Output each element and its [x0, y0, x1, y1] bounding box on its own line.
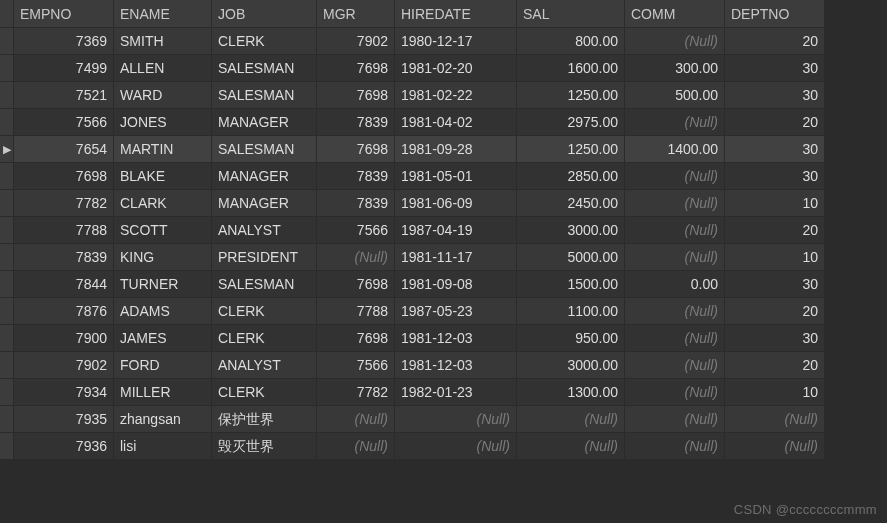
- cell-job[interactable]: CLERK: [212, 298, 317, 325]
- cell-empno[interactable]: 7566: [14, 109, 114, 136]
- cell-hiredate[interactable]: 1981-02-20: [395, 55, 517, 82]
- cell-job[interactable]: CLERK: [212, 325, 317, 352]
- column-header-sal[interactable]: SAL: [517, 0, 625, 28]
- cell-hiredate[interactable]: (Null): [395, 406, 517, 433]
- cell-hiredate[interactable]: 1981-05-01: [395, 163, 517, 190]
- cell-comm[interactable]: 300.00: [625, 55, 725, 82]
- row-gutter[interactable]: [0, 298, 14, 325]
- cell-hiredate[interactable]: 1981-12-03: [395, 352, 517, 379]
- cell-ename[interactable]: CLARK: [114, 190, 212, 217]
- row-gutter[interactable]: [0, 55, 14, 82]
- cell-mgr[interactable]: 7839: [317, 109, 395, 136]
- cell-job[interactable]: 保护世界: [212, 406, 317, 433]
- cell-job[interactable]: ANALYST: [212, 217, 317, 244]
- cell-ename[interactable]: JAMES: [114, 325, 212, 352]
- row-indicator-icon[interactable]: ▶: [0, 136, 14, 163]
- cell-comm[interactable]: (Null): [625, 217, 725, 244]
- cell-ename[interactable]: JONES: [114, 109, 212, 136]
- cell-hiredate[interactable]: 1981-02-22: [395, 82, 517, 109]
- cell-mgr[interactable]: 7782: [317, 379, 395, 406]
- cell-job[interactable]: ANALYST: [212, 352, 317, 379]
- cell-ename[interactable]: ALLEN: [114, 55, 212, 82]
- cell-sal[interactable]: 2975.00: [517, 109, 625, 136]
- cell-deptno[interactable]: (Null): [725, 406, 825, 433]
- cell-sal[interactable]: 1250.00: [517, 82, 625, 109]
- cell-sal[interactable]: (Null): [517, 406, 625, 433]
- cell-comm[interactable]: (Null): [625, 244, 725, 271]
- cell-mgr[interactable]: (Null): [317, 433, 395, 460]
- cell-mgr[interactable]: 7902: [317, 28, 395, 55]
- cell-ename[interactable]: zhangsan: [114, 406, 212, 433]
- cell-ename[interactable]: WARD: [114, 82, 212, 109]
- row-gutter[interactable]: [0, 190, 14, 217]
- cell-comm[interactable]: (Null): [625, 352, 725, 379]
- cell-job[interactable]: SALESMAN: [212, 55, 317, 82]
- cell-comm[interactable]: 0.00: [625, 271, 725, 298]
- cell-sal[interactable]: 3000.00: [517, 352, 625, 379]
- cell-job[interactable]: SALESMAN: [212, 271, 317, 298]
- cell-deptno[interactable]: 20: [725, 217, 825, 244]
- cell-hiredate[interactable]: (Null): [395, 433, 517, 460]
- row-gutter[interactable]: [0, 28, 14, 55]
- cell-empno[interactable]: 7698: [14, 163, 114, 190]
- cell-hiredate[interactable]: 1981-11-17: [395, 244, 517, 271]
- cell-ename[interactable]: BLAKE: [114, 163, 212, 190]
- cell-comm[interactable]: (Null): [625, 379, 725, 406]
- cell-comm[interactable]: (Null): [625, 406, 725, 433]
- cell-mgr[interactable]: 7788: [317, 298, 395, 325]
- cell-mgr[interactable]: 7698: [317, 271, 395, 298]
- row-gutter[interactable]: [0, 379, 14, 406]
- cell-deptno[interactable]: 10: [725, 379, 825, 406]
- row-gutter[interactable]: [0, 82, 14, 109]
- cell-sal[interactable]: 800.00: [517, 28, 625, 55]
- cell-sal[interactable]: 1250.00: [517, 136, 625, 163]
- cell-ename[interactable]: KING: [114, 244, 212, 271]
- cell-deptno[interactable]: 30: [725, 271, 825, 298]
- cell-sal[interactable]: 1100.00: [517, 298, 625, 325]
- cell-empno[interactable]: 7876: [14, 298, 114, 325]
- cell-sal[interactable]: 1600.00: [517, 55, 625, 82]
- column-header-deptno[interactable]: DEPTNO: [725, 0, 825, 28]
- cell-deptno[interactable]: 30: [725, 136, 825, 163]
- cell-empno[interactable]: 7844: [14, 271, 114, 298]
- cell-job[interactable]: SALESMAN: [212, 136, 317, 163]
- cell-ename[interactable]: MARTIN: [114, 136, 212, 163]
- cell-hiredate[interactable]: 1982-01-23: [395, 379, 517, 406]
- column-header-job[interactable]: JOB: [212, 0, 317, 28]
- cell-job[interactable]: 毁灭世界: [212, 433, 317, 460]
- cell-mgr[interactable]: 7698: [317, 325, 395, 352]
- cell-job[interactable]: MANAGER: [212, 190, 317, 217]
- cell-sal[interactable]: 5000.00: [517, 244, 625, 271]
- cell-ename[interactable]: lisi: [114, 433, 212, 460]
- cell-comm[interactable]: (Null): [625, 190, 725, 217]
- cell-empno[interactable]: 7654: [14, 136, 114, 163]
- cell-deptno[interactable]: 20: [725, 298, 825, 325]
- cell-deptno[interactable]: 20: [725, 109, 825, 136]
- cell-deptno[interactable]: 10: [725, 190, 825, 217]
- cell-empno[interactable]: 7936: [14, 433, 114, 460]
- cell-empno[interactable]: 7369: [14, 28, 114, 55]
- cell-empno[interactable]: 7902: [14, 352, 114, 379]
- row-gutter[interactable]: [0, 217, 14, 244]
- cell-comm[interactable]: (Null): [625, 433, 725, 460]
- cell-comm[interactable]: (Null): [625, 325, 725, 352]
- cell-deptno[interactable]: 10: [725, 244, 825, 271]
- cell-mgr[interactable]: 7839: [317, 190, 395, 217]
- cell-empno[interactable]: 7935: [14, 406, 114, 433]
- cell-deptno[interactable]: 20: [725, 352, 825, 379]
- cell-hiredate[interactable]: 1987-05-23: [395, 298, 517, 325]
- cell-hiredate[interactable]: 1981-04-02: [395, 109, 517, 136]
- cell-empno[interactable]: 7839: [14, 244, 114, 271]
- cell-job[interactable]: PRESIDENT: [212, 244, 317, 271]
- cell-hiredate[interactable]: 1987-04-19: [395, 217, 517, 244]
- cell-comm[interactable]: (Null): [625, 163, 725, 190]
- cell-sal[interactable]: 1500.00: [517, 271, 625, 298]
- cell-hiredate[interactable]: 1981-12-03: [395, 325, 517, 352]
- cell-empno[interactable]: 7499: [14, 55, 114, 82]
- cell-job[interactable]: SALESMAN: [212, 82, 317, 109]
- cell-job[interactable]: MANAGER: [212, 163, 317, 190]
- cell-deptno[interactable]: 30: [725, 82, 825, 109]
- column-header-mgr[interactable]: MGR: [317, 0, 395, 28]
- cell-job[interactable]: CLERK: [212, 28, 317, 55]
- cell-hiredate[interactable]: 1980-12-17: [395, 28, 517, 55]
